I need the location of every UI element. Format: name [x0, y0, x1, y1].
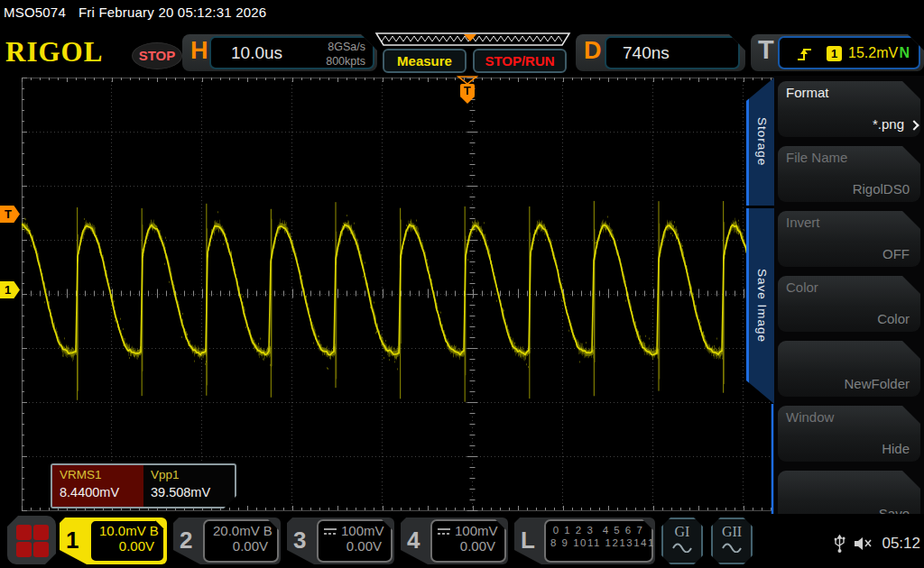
horizontal-label: H: [190, 37, 208, 65]
trigger-label: T: [758, 35, 774, 65]
clock: 05:12: [882, 535, 920, 553]
channel-offset: 0.00V: [209, 538, 272, 554]
memory-depth: 800kpts: [326, 54, 365, 69]
edge-trigger-icon: [796, 45, 814, 63]
submenu-arrow-icon: [909, 120, 919, 130]
channel-scale: 20.0mV: [213, 523, 260, 538]
channel-2-box[interactable]: 2 20.0mV B 0.00V: [173, 518, 281, 564]
bandwidth-flag: B: [150, 523, 159, 538]
channel-4-box[interactable]: 4 100mV 0.00V: [401, 518, 508, 564]
menu-item-file-name[interactable]: File Name RigolDS0: [778, 146, 920, 202]
measurement-value: 8.4400mV: [60, 485, 143, 499]
measurement-name: Vpp1: [151, 468, 235, 481]
timebase-value: 10.0us: [231, 43, 282, 63]
model-label: MSO5074: [4, 5, 66, 20]
logic-channels-box[interactable]: L 0 1 2 3 4 5 6 7 8 9 1011 12131415: [514, 518, 655, 564]
trigger-source-badge: 1: [827, 46, 842, 61]
measurement-name: VRMS1: [60, 468, 143, 481]
status-bar: MSO5074Fri February 20 05:12:31 2026: [4, 5, 279, 20]
channel-scale: 100mV: [455, 523, 498, 538]
logic-row-2: 8 9 1011 12131415: [550, 536, 646, 549]
sine-wave-icon: [721, 542, 743, 553]
delay-box[interactable]: D 740ns: [576, 34, 745, 71]
channel-1-box[interactable]: 1 10.0mV B 0.00V: [60, 518, 167, 564]
channel-scale: 10.0mV: [99, 523, 146, 538]
sine-wave-icon: [671, 542, 693, 553]
bandwidth-flag: B: [263, 523, 273, 538]
delay-label: D: [584, 37, 602, 65]
channel-offset: 0.00V: [437, 538, 499, 554]
menu-item-invert[interactable]: Invert OFF: [778, 211, 920, 267]
stop-run-button[interactable]: STOP/RUN: [473, 49, 567, 73]
dc-coupling-icon: [323, 527, 337, 536]
memory-position-bar[interactable]: [374, 32, 571, 47]
speaker-muted-icon[interactable]: [853, 536, 874, 552]
trigger-position-flag[interactable]: T: [455, 76, 480, 106]
channel-offset: 0.00V: [96, 538, 158, 554]
generator-1-box[interactable]: GI: [661, 518, 703, 564]
measurement-overlay[interactable]: VRMS1 8.4400mV Vpp1 39.508mV: [51, 463, 236, 508]
usb-icon: [834, 534, 845, 554]
dc-coupling-icon: [437, 527, 451, 536]
oscilloscope-screen: { "status_bar": { "model": "MSO5074", "d…: [0, 0, 924, 568]
menu-item-window[interactable]: Window Hide: [778, 406, 920, 462]
logic-row-1: 0 1 2 3 4 5 6 7: [550, 524, 646, 536]
tab-save-image[interactable]: Save Image: [746, 208, 774, 404]
rigol-logo: RIGOL: [5, 36, 103, 69]
menu-grid-icon[interactable]: [7, 516, 56, 564]
generator-2-box[interactable]: GII: [711, 518, 753, 564]
bottom-bar: 1 10.0mV B 0.00V 2 20.0mV B 0.00V: [0, 514, 924, 568]
menu-item-new-folder[interactable]: NewFolder: [778, 341, 920, 397]
channel-scale: 100mV: [341, 523, 384, 538]
measurement-vpp[interactable]: Vpp1 39.508mV: [143, 465, 235, 507]
channel-offset: 0.00V: [323, 538, 385, 554]
delay-value: 740ns: [623, 43, 670, 63]
trigger-box[interactable]: T 1 15.2mV N: [751, 34, 924, 71]
run-state-badge: STOP: [132, 42, 182, 69]
trigger-sweep-mode: N: [899, 45, 910, 61]
measure-button[interactable]: Measure: [383, 49, 467, 73]
trigger-level-value: 15.2mV: [848, 45, 898, 61]
sample-rate: 8GSa/s: [326, 40, 365, 54]
measurement-value: 39.508mV: [151, 485, 235, 499]
svg-text:T: T: [464, 84, 471, 97]
datetime-label: Fri February 20 05:12:31 2026: [79, 5, 266, 20]
menu-item-color[interactable]: Color Color: [778, 276, 920, 332]
measurement-vrms[interactable]: VRMS1 8.4400mV: [52, 465, 143, 507]
horizontal-timebase-box[interactable]: H 10.0us 8GSa/s 800kpts: [182, 34, 377, 71]
menu-item-format[interactable]: Format *.png: [778, 81, 920, 137]
channel-3-box[interactable]: 3 100mV 0.00V: [287, 518, 394, 564]
